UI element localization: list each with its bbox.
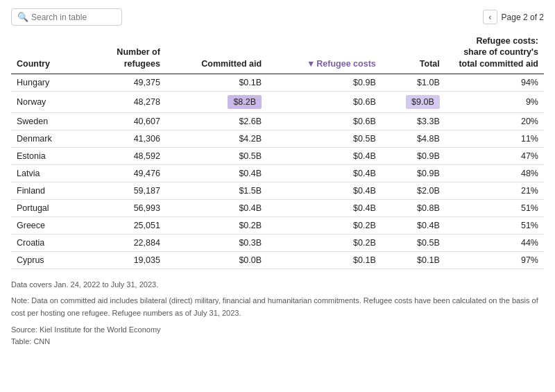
cell-share: 51% xyxy=(445,216,544,234)
cell-refugee-costs: $0.2B xyxy=(267,216,382,234)
cell-refugee-costs: $0.9B xyxy=(267,74,382,91)
col-header-share: Refugee costs: share of country's total … xyxy=(445,33,544,74)
cell-share: 47% xyxy=(445,147,544,164)
cell-total: $0.4B xyxy=(382,216,445,234)
sort-arrow-icon: ▼ xyxy=(307,58,315,69)
cell-refugees: 41,306 xyxy=(77,130,166,147)
cell-committed-aid: $4.2B xyxy=(166,130,267,147)
cell-refugees: 59,187 xyxy=(77,182,166,199)
cell-country: Portugal xyxy=(11,199,77,216)
cell-committed-aid: $0.3B xyxy=(166,234,267,251)
cell-share: 51% xyxy=(445,199,544,216)
table-row: Denmark41,306$4.2B$0.5B$4.8B11% xyxy=(11,130,544,147)
cell-country: Denmark xyxy=(11,130,77,147)
cell-refugee-costs: $0.6B xyxy=(267,112,382,130)
col-header-total: Total xyxy=(382,33,445,74)
cell-refugee-costs: $0.4B xyxy=(267,147,382,164)
cell-total: $1.0B xyxy=(382,74,445,91)
cell-committed-aid: $0.4B xyxy=(166,164,267,182)
cell-country: Hungary xyxy=(11,74,77,91)
cell-committed-aid: $0.4B xyxy=(166,199,267,216)
cell-refugees: 56,993 xyxy=(77,199,166,216)
table-row: Greece25,051$0.2B$0.2B$0.4B51% xyxy=(11,216,544,234)
table-row: Estonia48,592$0.5B$0.4B$0.9B47% xyxy=(11,147,544,164)
cell-total: $0.5B xyxy=(382,234,445,251)
page-info: Page 2 of 2 xyxy=(502,12,544,22)
cell-total: $0.8B xyxy=(382,199,445,216)
cell-share: 11% xyxy=(445,130,544,147)
search-box[interactable]: 🔍 xyxy=(11,8,122,26)
table-row: Hungary49,375$0.1B$0.9B$1.0B94% xyxy=(11,74,544,91)
cell-refugee-costs: $0.2B xyxy=(267,234,382,251)
cell-total: $4.8B xyxy=(382,130,445,147)
cell-refugees: 48,592 xyxy=(77,147,166,164)
cell-country: Greece xyxy=(11,216,77,234)
table-row: Croatia22,884$0.3B$0.2B$0.5B44% xyxy=(11,234,544,251)
cell-committed-aid: $1.5B xyxy=(166,182,267,199)
cell-share: 94% xyxy=(445,74,544,91)
table-row: Finland59,187$1.5B$0.4B$2.0B21% xyxy=(11,182,544,199)
cell-total: $0.9B xyxy=(382,164,445,182)
table-row: Sweden40,607$2.6B$0.6B$3.3B20% xyxy=(11,112,544,130)
cell-refugee-costs: $0.6B xyxy=(267,91,382,112)
cell-share: 20% xyxy=(445,112,544,130)
cell-committed-aid: $0.0B xyxy=(166,251,267,269)
cell-refugees: 49,375 xyxy=(77,74,166,91)
cell-refugees: 49,476 xyxy=(77,164,166,182)
cell-share: 44% xyxy=(445,234,544,251)
search-input[interactable] xyxy=(31,12,121,22)
cell-committed-aid: $2.6B xyxy=(166,112,267,130)
col-header-refugee-costs[interactable]: ▼Refugee costs xyxy=(267,33,382,74)
cell-country: Finland xyxy=(11,182,77,199)
cell-refugees: 22,884 xyxy=(77,234,166,251)
cell-committed-aid: $0.1B xyxy=(166,74,267,91)
date-note: Data covers Jan. 24, 2022 to July 31, 20… xyxy=(11,279,544,291)
table-row: Norway48,278$8.2B$0.6B$9.0B9% xyxy=(11,91,544,112)
cell-refugee-costs: $0.4B xyxy=(267,164,382,182)
table-header-row: Country Number of refugees Committed aid… xyxy=(11,33,544,74)
cell-refugees: 40,607 xyxy=(77,112,166,130)
cell-committed-aid: $0.5B xyxy=(166,147,267,164)
table-row: Portugal56,993$0.4B$0.4B$0.8B51% xyxy=(11,199,544,216)
cell-refugee-costs: $0.4B xyxy=(267,182,382,199)
table-credit: Table: CNN xyxy=(11,336,544,348)
top-bar: 🔍 ‹ Page 2 of 2 xyxy=(11,8,544,26)
cell-total: $3.3B xyxy=(382,112,445,130)
cell-total: $2.0B xyxy=(382,182,445,199)
cell-refugees: 48,278 xyxy=(77,91,166,112)
prev-page-button[interactable]: ‹ xyxy=(483,10,497,24)
cell-refugees: 25,051 xyxy=(77,216,166,234)
cell-country: Estonia xyxy=(11,147,77,164)
methodology-note: Note: Data on committed aid includes bil… xyxy=(11,295,544,319)
cell-share: 21% xyxy=(445,182,544,199)
data-table: Country Number of refugees Committed aid… xyxy=(11,33,544,269)
col-header-committed-aid: Committed aid xyxy=(166,33,267,74)
cell-committed-aid: $8.2B xyxy=(166,91,267,112)
cell-country: Sweden xyxy=(11,112,77,130)
source-credit: Source: Kiel Institute for the World Eco… xyxy=(11,324,544,336)
cell-country: Croatia xyxy=(11,234,77,251)
col-header-country: Country xyxy=(11,33,77,74)
search-icon: 🔍 xyxy=(17,12,28,22)
cell-share: 9% xyxy=(445,91,544,112)
cell-refugee-costs: $0.5B xyxy=(267,130,382,147)
cell-total: $0.1B xyxy=(382,251,445,269)
cell-country: Cyprus xyxy=(11,251,77,269)
pagination: ‹ Page 2 of 2 xyxy=(483,10,544,24)
col-header-refugees: Number of refugees xyxy=(77,33,166,74)
footer: Data covers Jan. 24, 2022 to July 31, 20… xyxy=(11,279,544,348)
table-row: Latvia49,476$0.4B$0.4B$0.9B48% xyxy=(11,164,544,182)
cell-total: $0.9B xyxy=(382,147,445,164)
cell-share: 97% xyxy=(445,251,544,269)
cell-refugees: 19,035 xyxy=(77,251,166,269)
table-row: Cyprus19,035$0.0B$0.1B$0.1B97% xyxy=(11,251,544,269)
cell-refugee-costs: $0.1B xyxy=(267,251,382,269)
table-body: Hungary49,375$0.1B$0.9B$1.0B94%Norway48,… xyxy=(11,74,544,269)
cell-country: Norway xyxy=(11,91,77,112)
cell-country: Latvia xyxy=(11,164,77,182)
cell-total: $9.0B xyxy=(382,91,445,112)
cell-share: 48% xyxy=(445,164,544,182)
cell-committed-aid: $0.2B xyxy=(166,216,267,234)
cell-refugee-costs: $0.4B xyxy=(267,199,382,216)
